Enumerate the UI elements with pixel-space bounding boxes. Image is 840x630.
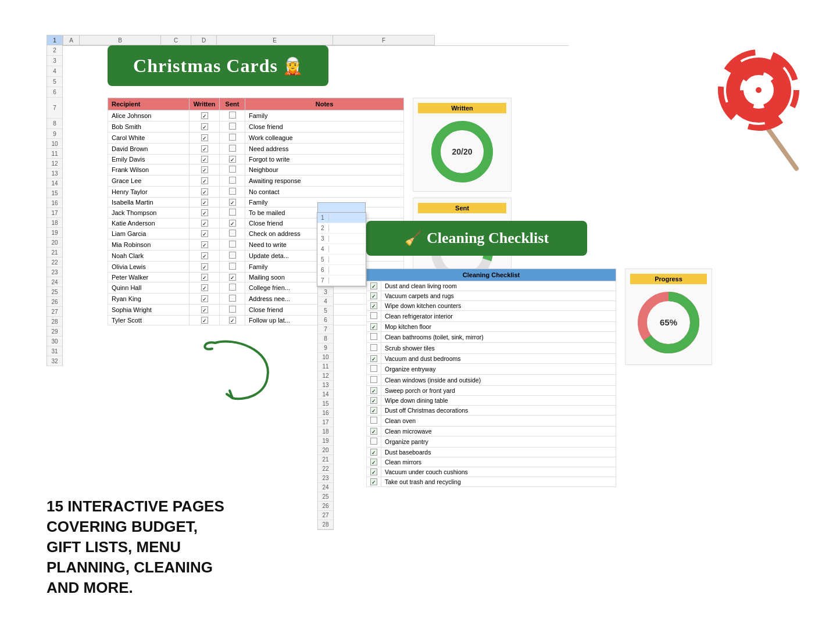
cc-written-cell[interactable]: ✓ bbox=[190, 133, 220, 144]
cc-written-cell[interactable]: ✓ bbox=[190, 239, 220, 250]
cc-written-cell[interactable]: ✓ bbox=[190, 273, 220, 282]
cc-written-cell[interactable]: ✓ bbox=[190, 316, 220, 325]
cl-check-cell[interactable]: ✓ bbox=[367, 477, 381, 487]
cc-written-cell[interactable]: ✓ bbox=[190, 250, 220, 262]
cl-check-cell[interactable]: ✓ bbox=[367, 281, 381, 291]
cc-sent-cell[interactable]: ✓ bbox=[220, 155, 245, 164]
cl-check-cell[interactable] bbox=[367, 436, 381, 448]
cc-sent-cell[interactable] bbox=[220, 207, 245, 219]
cc-written-cell[interactable]: ✓ bbox=[190, 219, 220, 228]
cl-table-row: ✓Vacuum under couch cushions bbox=[367, 467, 616, 477]
cc-written-cell[interactable]: ✓ bbox=[190, 144, 220, 155]
dropdown-item-3[interactable]: 3 bbox=[317, 234, 366, 244]
cc-sent-cell[interactable]: ✓ bbox=[220, 273, 245, 282]
cc-sent-cell[interactable]: ✓ bbox=[220, 198, 245, 207]
cl-table-row: ✓Clean mirrors bbox=[367, 457, 616, 467]
cl-table-row: ✓Dust off Christmas decorations bbox=[367, 406, 616, 416]
cc-recipient-cell: Emily Davis bbox=[108, 155, 190, 164]
col-header-f: F bbox=[333, 35, 434, 45]
dropdown-trigger-cell[interactable] bbox=[317, 202, 366, 213]
cc-written-cell[interactable]: ✓ bbox=[190, 187, 220, 198]
cc-recipient-cell: Mia Robinson bbox=[108, 239, 190, 250]
cc-written-cell[interactable]: ✓ bbox=[190, 305, 220, 316]
dropdown-popup[interactable]: 1 2 3 4 5 6 7 bbox=[317, 212, 366, 287]
cc-sent-cell[interactable]: ✓ bbox=[220, 316, 245, 325]
cc-recipient-cell: Grace Lee bbox=[108, 176, 190, 187]
cl-check-cell[interactable]: ✓ bbox=[367, 301, 381, 311]
cl-table-row: ✓Dust baseboards bbox=[367, 448, 616, 457]
cc-written-cell[interactable]: ✓ bbox=[190, 155, 220, 164]
cl-check-cell[interactable]: ✓ bbox=[367, 427, 381, 436]
cc-written-cell[interactable]: ✓ bbox=[190, 207, 220, 219]
cc-sent-cell[interactable] bbox=[220, 239, 245, 250]
cl-check-cell[interactable]: ✓ bbox=[367, 467, 381, 477]
cc-written-cell[interactable]: ✓ bbox=[190, 282, 220, 293]
dropdown-item-2[interactable]: 2 bbox=[317, 223, 366, 234]
cc-sent-cell[interactable] bbox=[220, 121, 245, 133]
dropdown-item-5[interactable]: 5 bbox=[317, 255, 366, 265]
cl-table-row: ✓Mop kitchen floor bbox=[367, 322, 616, 332]
cl-check-cell[interactable]: ✓ bbox=[367, 291, 381, 301]
cl-check-cell[interactable]: ✓ bbox=[367, 386, 381, 396]
progress-donut-container: Progress 65% bbox=[625, 269, 712, 365]
cl-table-row: ✓Wipe down kitchen counters bbox=[367, 301, 616, 311]
cl-task-cell: Organize entryway bbox=[381, 364, 616, 375]
arrow-svg bbox=[198, 331, 291, 407]
cl-table-row: ✓Clean microwave bbox=[367, 427, 616, 436]
cc-sent-cell[interactable] bbox=[220, 164, 245, 176]
cl-check-cell[interactable] bbox=[367, 416, 381, 427]
cc-written-cell[interactable]: ✓ bbox=[190, 121, 220, 133]
cl-check-cell[interactable]: ✓ bbox=[367, 406, 381, 416]
cc-written-cell[interactable]: ✓ bbox=[190, 262, 220, 273]
cc-sent-cell[interactable] bbox=[220, 176, 245, 187]
cl-task-cell: Sweep porch or front yard bbox=[381, 386, 616, 396]
cl-check-cell[interactable]: ✓ bbox=[367, 322, 381, 332]
cc-written-cell[interactable]: ✓ bbox=[190, 110, 220, 121]
cl-check-cell[interactable]: ✓ bbox=[367, 396, 381, 406]
cc-written-cell[interactable]: ✓ bbox=[190, 164, 220, 176]
cc-written-cell[interactable]: ✓ bbox=[190, 293, 220, 305]
cc-sent-cell[interactable] bbox=[220, 133, 245, 144]
cc-header-recipient: Recipient bbox=[108, 98, 190, 110]
cl-check-cell[interactable] bbox=[367, 332, 381, 343]
cl-check-cell[interactable] bbox=[367, 375, 381, 386]
written-donut-container: Written 20/20 bbox=[413, 98, 512, 192]
cc-sent-cell[interactable] bbox=[220, 293, 245, 305]
cc-table-row: David Brown✓Need address bbox=[108, 144, 404, 155]
cleaning-banner: 🧹 Cleaning Checklist bbox=[366, 221, 587, 256]
cc-written-cell[interactable]: ✓ bbox=[190, 176, 220, 187]
cl-check-cell[interactable] bbox=[367, 364, 381, 375]
cc-written-cell[interactable]: ✓ bbox=[190, 198, 220, 207]
cl-table-row: Clean oven bbox=[367, 416, 616, 427]
cc-sent-cell[interactable] bbox=[220, 228, 245, 239]
cl-task-cell: Clean mirrors bbox=[381, 457, 616, 467]
dropdown-item-4[interactable]: 4 bbox=[317, 244, 366, 255]
cl-task-cell: Vacuum under couch cushions bbox=[381, 467, 616, 477]
promo-section: 15 INTERACTIVE PAGESCOVERING BUDGET,GIFT… bbox=[47, 496, 314, 598]
cc-sent-cell[interactable] bbox=[220, 250, 245, 262]
cc-recipient-cell: Quinn Hall bbox=[108, 282, 190, 293]
cc-header-written: Written bbox=[190, 98, 220, 110]
cc-sent-cell[interactable] bbox=[220, 187, 245, 198]
cl-task-cell: Clean microwave bbox=[381, 427, 616, 436]
dropdown-item-1[interactable]: 1 bbox=[317, 213, 366, 223]
cl-check-cell[interactable]: ✓ bbox=[367, 457, 381, 467]
cl-table-row: ✓Vacuum and dust bedrooms bbox=[367, 354, 616, 364]
cl-check-cell[interactable] bbox=[367, 343, 381, 354]
dropdown-item-7[interactable]: 7 bbox=[317, 275, 366, 286]
cc-sent-cell[interactable] bbox=[220, 262, 245, 273]
cl-task-cell: Wipe down dining table bbox=[381, 396, 616, 406]
cc-recipient-cell: Liam Garcia bbox=[108, 228, 190, 239]
dropdown-item-6[interactable]: 6 bbox=[317, 265, 366, 275]
cc-written-cell[interactable]: ✓ bbox=[190, 228, 220, 239]
cl-check-cell[interactable]: ✓ bbox=[367, 354, 381, 364]
cc-sent-cell[interactable] bbox=[220, 110, 245, 121]
cc-sent-cell[interactable] bbox=[220, 305, 245, 316]
cc-sent-cell[interactable] bbox=[220, 282, 245, 293]
cl-table-row: ✓Take out trash and recycling bbox=[367, 477, 616, 487]
col-header-b: B bbox=[80, 35, 161, 45]
cl-check-cell[interactable]: ✓ bbox=[367, 448, 381, 457]
cc-sent-cell[interactable]: ✓ bbox=[220, 219, 245, 228]
cl-check-cell[interactable] bbox=[367, 311, 381, 322]
cc-sent-cell[interactable] bbox=[220, 144, 245, 155]
